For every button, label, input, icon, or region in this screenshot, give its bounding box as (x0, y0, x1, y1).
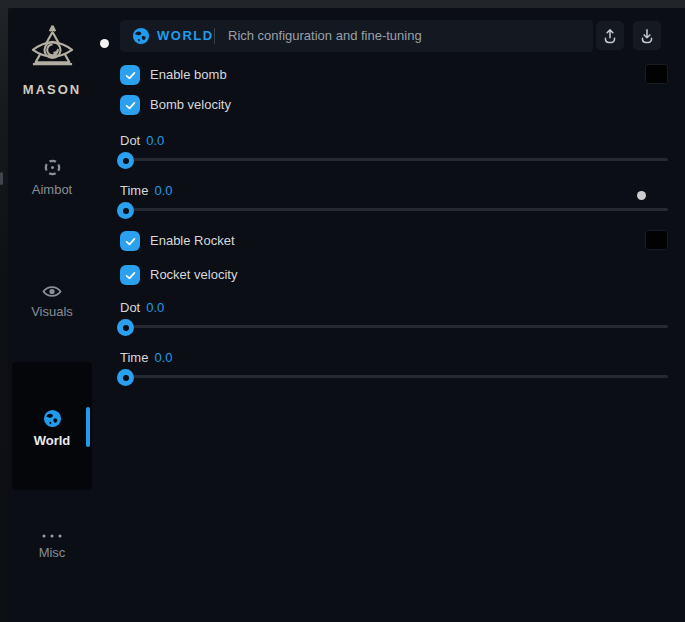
check-icon (124, 69, 137, 82)
crosshair-icon (43, 158, 62, 177)
eye-icon (42, 284, 62, 299)
enable-rocket-checkbox[interactable] (120, 231, 140, 251)
mason-menu-window: MASON Aimbot Visuals (8, 8, 685, 622)
brand-name: MASON (8, 82, 96, 97)
ellipsis-icon (39, 532, 65, 540)
page-title: WORLD (157, 20, 214, 52)
sidebar-item-misc[interactable]: Misc (12, 532, 92, 560)
tab-header-bar: WORLD Rich configuration and fine-tuning (120, 20, 593, 52)
page-subtitle: Rich configuration and fine-tuning (228, 20, 422, 52)
upload-icon (601, 27, 619, 45)
window-frame-left (0, 0, 8, 622)
globe-icon (43, 409, 62, 428)
slider-label-dot: Dot0.0 (120, 300, 164, 316)
dot-slider-track[interactable] (120, 325, 668, 328)
rocket-velocity-checkbox[interactable] (120, 265, 140, 285)
slider-value: 0.0 (154, 350, 172, 365)
dot-slider-thumb[interactable] (117, 319, 134, 336)
dot-slider-thumb[interactable] (117, 152, 134, 169)
bomb-velocity-checkbox[interactable] (120, 95, 140, 115)
time-slider-track[interactable] (120, 375, 668, 378)
checkbox-label: Rocket velocity (150, 265, 237, 285)
time-slider-thumb[interactable] (117, 369, 134, 386)
cursor-dot (637, 191, 646, 200)
slider-value: 0.0 (146, 133, 164, 148)
bomb-color-swatch[interactable] (645, 64, 668, 84)
slider-name: Time (120, 183, 148, 198)
active-tab-indicator (86, 407, 90, 447)
download-icon (638, 27, 656, 45)
check-icon (124, 99, 137, 112)
checkbox-label: Enable Rocket (150, 231, 235, 251)
upload-config-button[interactable] (596, 21, 624, 50)
mason-logo-icon (24, 20, 81, 78)
sidebar-item-label: Visuals (12, 304, 92, 319)
download-config-button[interactable] (633, 21, 661, 50)
check-icon (124, 235, 137, 248)
rocket-color-swatch[interactable] (645, 230, 668, 250)
app-stage: MASON Aimbot Visuals (0, 0, 685, 622)
time-slider-thumb[interactable] (117, 202, 134, 219)
window-frame-top (0, 0, 685, 8)
sidebar: MASON Aimbot Visuals (8, 8, 112, 622)
dot-slider-track[interactable] (120, 158, 668, 161)
sidebar-item-label: Aimbot (12, 182, 92, 197)
check-icon (124, 269, 137, 282)
enable-bomb-checkbox[interactable] (120, 65, 140, 85)
globe-icon (132, 27, 150, 45)
slider-label-time: Time0.0 (120, 183, 172, 199)
slider-label-dot: Dot0.0 (120, 133, 164, 149)
checkbox-label: Bomb velocity (150, 95, 231, 115)
time-slider-track[interactable] (120, 208, 668, 211)
slider-name: Time (120, 350, 148, 365)
slider-name: Dot (120, 300, 140, 315)
sidebar-item-label: Misc (12, 545, 92, 560)
sidebar-item-world[interactable]: World (12, 362, 92, 490)
edge-scrollbar-thumb[interactable] (0, 172, 3, 185)
sidebar-item-label: World (12, 433, 92, 448)
checkbox-label: Enable bomb (150, 65, 227, 85)
sidebar-item-visuals[interactable]: Visuals (12, 284, 92, 319)
slider-label-time: Time0.0 (120, 350, 172, 366)
cursor-dot (100, 39, 109, 48)
slider-value: 0.0 (146, 300, 164, 315)
sidebar-item-aimbot[interactable]: Aimbot (12, 158, 92, 197)
header-divider (214, 28, 215, 44)
slider-value: 0.0 (154, 183, 172, 198)
slider-name: Dot (120, 133, 140, 148)
